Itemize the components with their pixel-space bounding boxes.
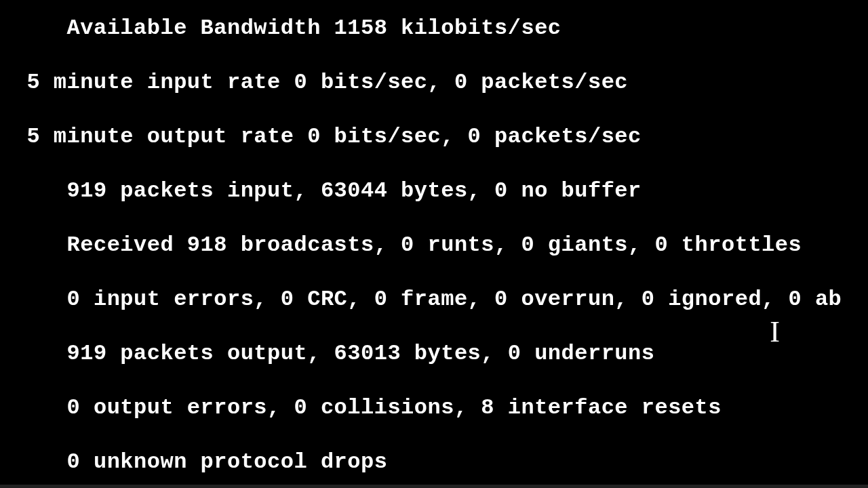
output-line: 0 unknown protocol drops xyxy=(0,449,868,476)
output-line: Available Bandwidth 1158 kilobits/sec xyxy=(0,15,868,42)
output-line: Received 918 broadcasts, 0 runts, 0 gian… xyxy=(0,232,868,259)
terminal-output[interactable]: Available Bandwidth 1158 kilobits/sec 5 … xyxy=(0,0,868,488)
text-caret-icon: I xyxy=(770,313,780,350)
output-line: 0 output errors, 0 collisions, 8 interfa… xyxy=(0,394,868,422)
window-border xyxy=(0,485,868,488)
output-line: 919 packets output, 63013 bytes, 0 under… xyxy=(0,340,868,367)
output-line: 919 packets input, 63044 bytes, 0 no buf… xyxy=(0,178,868,205)
output-line: 5 minute output rate 0 bits/sec, 0 packe… xyxy=(0,123,868,150)
output-line: 5 minute input rate 0 bits/sec, 0 packet… xyxy=(0,69,868,96)
output-line: 0 input errors, 0 CRC, 0 frame, 0 overru… xyxy=(0,286,868,313)
